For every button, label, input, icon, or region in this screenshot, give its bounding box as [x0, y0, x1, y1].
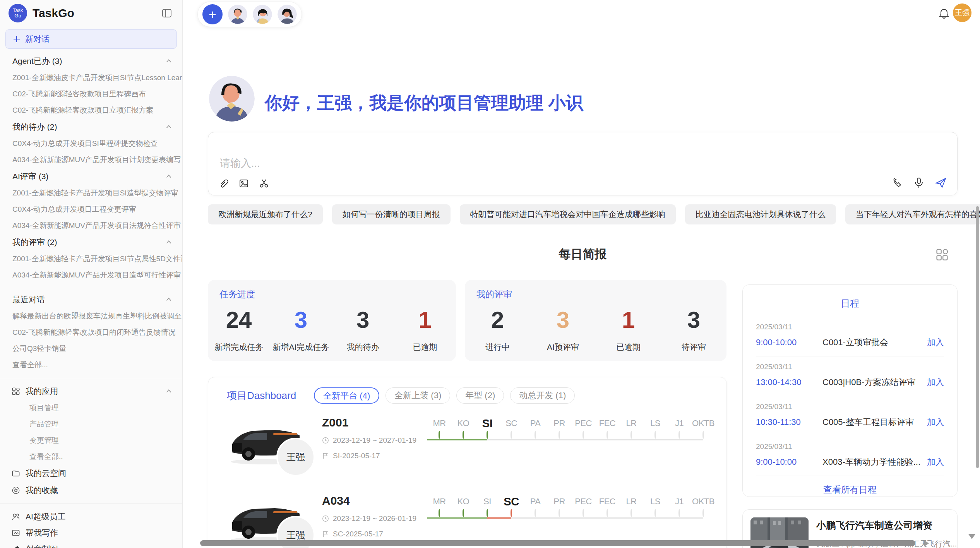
view-all-chats-link[interactable]: 查看全部... — [0, 357, 182, 373]
stat-ai-prereview[interactable]: 3 AI预评审 — [530, 308, 596, 353]
recent-chat-item[interactable]: 公司Q3轻卡销量 — [0, 341, 182, 357]
section-my-todo[interactable]: 我的待办 (2) — [0, 118, 182, 135]
milestone-node-overdue[interactable] — [511, 509, 512, 517]
milestone-node[interactable] — [559, 509, 560, 517]
schedule-item[interactable]: 2025/03/11 9:00-10:00 C001-立项审批会 加入 — [756, 317, 944, 356]
milestone-node[interactable] — [463, 431, 464, 439]
join-link[interactable]: 加入 — [927, 456, 944, 468]
milestone-node[interactable] — [559, 431, 560, 439]
suggestion-chip[interactable]: 特朗普可能对进口汽车增税会对中国车企造成哪些影响 — [460, 204, 676, 224]
avatar[interactable] — [228, 5, 247, 24]
attachment-icon[interactable] — [218, 178, 229, 189]
milestone-node[interactable] — [463, 509, 464, 517]
sidebar-item-favorites[interactable]: 我的收藏 — [0, 482, 182, 499]
sidebar-item-cloud-space[interactable]: 我的云空间 — [0, 465, 182, 482]
milestone-node[interactable] — [607, 509, 608, 517]
milestone-node[interactable] — [654, 509, 656, 517]
sidebar-task-item[interactable]: A034-全新新能源MUV产品开发项目计划变更表编写 — [0, 152, 182, 168]
stat-in-progress[interactable]: 2 进行中 — [465, 308, 530, 353]
avatar[interactable] — [278, 5, 297, 24]
send-icon[interactable] — [935, 176, 947, 189]
milestone-node[interactable] — [630, 509, 632, 517]
recent-chat-item[interactable]: 解释最新出台的欧盟报废车法规再生塑料比例被调至15%... — [0, 308, 182, 324]
tab-model-year[interactable]: 年型 (2) — [456, 387, 504, 404]
view-all-apps-link[interactable]: 查看全部.. — [0, 449, 182, 465]
sidebar-task-item[interactable]: C0X4-动力总成开发项目SI里程碑提交物检查 — [0, 135, 182, 152]
milestone-node[interactable] — [702, 509, 704, 517]
suggestion-chip[interactable]: 如何写一份清晰的项目周报 — [332, 204, 451, 224]
section-recent-chats[interactable]: 最近对话 — [0, 291, 182, 308]
app-item-project-mgmt[interactable]: 项目管理 — [0, 400, 182, 416]
milestone-node[interactable] — [654, 431, 656, 439]
milestone-node[interactable] — [678, 431, 680, 439]
sidebar-task-item[interactable]: Z001-全新燃油轻卡产品开发项目SI节点属性5D文件评审 — [0, 251, 182, 267]
horizontal-scrollbar[interactable] — [200, 540, 915, 546]
join-link[interactable]: 加入 — [927, 377, 944, 388]
app-item-change-mgmt[interactable]: 变更管理 — [0, 432, 182, 449]
section-my-review[interactable]: 我的评审 (2) — [0, 234, 182, 251]
milestone-node[interactable] — [702, 431, 704, 439]
project-row[interactable]: 王强 Z001 2023-12-19 ~ 2027-01-19 SI-2025-… — [208, 404, 726, 472]
sidebar-task-item[interactable]: A034-全新新能源MUV产品开发项目造型可行性评审 — [0, 267, 182, 283]
tab-powertrain[interactable]: 动总开发 (1) — [510, 387, 575, 404]
milestone-node[interactable] — [535, 509, 536, 517]
section-agent-done[interactable]: Agent已办 (3) — [0, 53, 182, 70]
milestone-node[interactable] — [583, 509, 584, 517]
section-ai-review[interactable]: AI评审 (3) — [0, 168, 182, 185]
stat-pending-review[interactable]: 3 待评审 — [661, 308, 726, 353]
view-all-schedule-link[interactable]: 查看所有日程 — [756, 476, 944, 497]
milestone-node[interactable] — [439, 509, 440, 517]
vertical-scrollbar[interactable] — [976, 206, 979, 468]
app-item-product-mgmt[interactable]: 产品管理 — [0, 416, 182, 432]
stat-overdue[interactable]: 1 已逾期 — [394, 308, 456, 353]
section-my-apps[interactable]: 我的应用 — [0, 383, 182, 400]
sidebar-item-ai-super-staff[interactable]: AI超级员工 — [0, 509, 182, 525]
notification-bell-icon[interactable] — [938, 8, 950, 19]
sidebar-item-creative-drawing[interactable]: 创意制图 — [0, 541, 182, 548]
sidebar-task-item[interactable]: Z001-全新燃油轻卡产品开发项目SI造型提交物评审 — [0, 185, 182, 201]
tab-new-body[interactable]: 全新上装 (3) — [385, 387, 450, 404]
sidebar-item-help-me-write[interactable]: 帮我写作 — [0, 525, 182, 541]
sidebar-task-item[interactable]: C02-飞腾新能源轻客改款项目立项汇报方案 — [0, 102, 182, 118]
suggestion-chip[interactable]: 比亚迪全固态电池计划具体说了什么 — [685, 204, 836, 224]
phone-call-icon[interactable] — [891, 177, 903, 188]
schedule-item[interactable]: 2025/03/11 10:30-11:30 C005-整车工程目标评审 加入 — [756, 396, 944, 436]
milestone-node[interactable] — [439, 431, 440, 439]
milestone-node[interactable] — [630, 431, 632, 439]
milestone-node[interactable] — [583, 431, 584, 439]
image-upload-icon[interactable] — [238, 178, 249, 189]
tab-new-platform[interactable]: 全新平台 (4) — [314, 387, 379, 404]
milestone-node[interactable] — [487, 431, 488, 439]
schedule-item[interactable]: 2025/03/11 13:00-14:30 C003|H0B-方案冻结评审 加… — [756, 356, 944, 396]
join-link[interactable]: 加入 — [927, 337, 944, 348]
scissors-icon[interactable] — [259, 178, 269, 189]
avatar[interactable] — [253, 5, 272, 24]
chat-input[interactable]: 请输入... — [208, 132, 958, 195]
microphone-icon[interactable] — [913, 177, 925, 188]
project-row[interactable]: 王强 A034 2023-12-19 ~ 2026-01-19 SC-2025-… — [208, 482, 726, 548]
scroll-down-arrow-icon[interactable] — [968, 534, 975, 539]
add-session-button[interactable]: + — [202, 4, 223, 24]
schedule-item[interactable]: 2025/03/11 9:00-10:00 X003-车辆动力学性能验... 加… — [756, 436, 944, 476]
suggestion-chip[interactable]: 当下年轻人对汽车外观有怎样的喜好趋势 — [845, 204, 980, 224]
milestone-node[interactable] — [607, 431, 608, 439]
new-chat-button[interactable]: 新对话 — [5, 29, 177, 49]
sidebar-task-item[interactable]: Z001-全新燃油皮卡产品开发项目SI节点Lesson Learn报告 — [0, 70, 182, 86]
sidebar-task-item[interactable]: C0X4-动力总成开发项目工程变更评审 — [0, 201, 182, 217]
user-avatar[interactable]: 王强 — [953, 3, 971, 22]
stat-overdue[interactable]: 1 已逾期 — [596, 308, 661, 353]
milestone-node[interactable] — [511, 431, 512, 439]
stat-new-done[interactable]: 24 新增完成任务 — [208, 308, 270, 353]
collapse-panel-icon[interactable] — [161, 8, 172, 19]
recent-chat-item[interactable]: C02-飞腾新能源轻客改款项目的闭环通告反馈情况 — [0, 324, 182, 341]
join-link[interactable]: 加入 — [927, 416, 944, 428]
milestone-node[interactable] — [535, 431, 536, 439]
layout-grid-icon[interactable] — [935, 248, 949, 262]
milestone-node[interactable] — [678, 509, 680, 517]
sidebar-task-item[interactable]: A034-全新新能源MUV产品开发项目法规符合性评审 — [0, 217, 182, 234]
sidebar-task-item[interactable]: C02-飞腾新能源轻客改款项目里程碑画布 — [0, 86, 182, 102]
milestone-node[interactable] — [487, 509, 488, 517]
stat-my-todo[interactable]: 3 我的待办 — [332, 308, 394, 353]
scroll-right-arrow-icon[interactable] — [924, 540, 929, 546]
suggestion-chip[interactable]: 欧洲新规最近颁布了什么? — [208, 204, 323, 224]
